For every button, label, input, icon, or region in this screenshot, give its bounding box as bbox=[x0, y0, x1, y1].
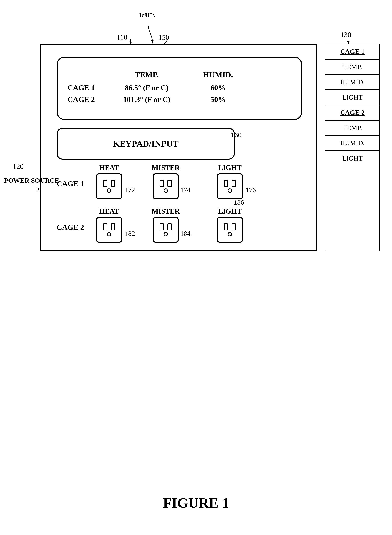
cage2-mister-outlet bbox=[153, 217, 179, 243]
cage1-humid-value: 60% bbox=[182, 83, 254, 92]
outlet-slot bbox=[103, 180, 107, 187]
power-source-label: POWER SOURCE bbox=[4, 176, 59, 185]
cage2-humid-value: 50% bbox=[182, 95, 254, 104]
keypad-label: KEYPAD/INPUT bbox=[113, 139, 179, 149]
outlet-slot bbox=[224, 180, 228, 187]
side-panel-cage2-humid: HUMID. bbox=[326, 136, 379, 151]
svg-marker-0 bbox=[151, 40, 154, 44]
outlet-slot bbox=[224, 223, 228, 230]
humid-col-header: HUMID. bbox=[182, 70, 254, 79]
side-panel-cage2-label: CAGE 2 bbox=[326, 105, 379, 121]
display-panel: TEMP. HUMID. CAGE 1 86.5° (F or C) 60% C… bbox=[57, 57, 302, 120]
side-panel-cage2-temp: TEMP. bbox=[326, 121, 379, 136]
outlet-ground bbox=[163, 188, 168, 193]
cage1-outlet-label: CAGE 1 bbox=[57, 179, 84, 188]
cage1-light-label: LIGHT bbox=[218, 163, 242, 172]
side-panel-cage1-label: CAGE 1 bbox=[326, 44, 379, 60]
ref-150: 150 bbox=[158, 33, 169, 42]
outlet-slot bbox=[103, 223, 107, 230]
outlet-ground bbox=[228, 188, 232, 193]
side-panel-cage1-humid: HUMID. bbox=[326, 75, 379, 90]
outlet-slot bbox=[159, 223, 164, 230]
outlet-slot bbox=[168, 223, 172, 230]
ref-182: 182 bbox=[125, 230, 135, 237]
outlet-ground bbox=[107, 232, 111, 236]
device-box: TEMP. HUMID. CAGE 1 86.5° (F or C) 60% C… bbox=[40, 44, 317, 251]
outlet-ground bbox=[163, 232, 168, 236]
cage2-light-group: LIGHT bbox=[217, 207, 243, 243]
ref-160: 160 bbox=[231, 131, 242, 139]
temp-col-header: TEMP. bbox=[111, 70, 182, 79]
cage2-light-outlet bbox=[217, 217, 243, 243]
cage1-mister-label: MISTER bbox=[152, 163, 180, 172]
outlet-slot bbox=[111, 180, 115, 187]
ref-120: 120 bbox=[13, 162, 23, 171]
ref-176: 176 bbox=[246, 186, 256, 194]
ref-184: 184 bbox=[180, 230, 191, 237]
cage2-heat-group: HEAT bbox=[96, 207, 122, 243]
outlet-ground bbox=[228, 232, 232, 236]
cage2-light-label: LIGHT bbox=[218, 207, 242, 215]
outlet-ground bbox=[107, 188, 111, 193]
side-panel: CAGE 1 TEMP. HUMID. LIGHT CAGE 2 TEMP. H… bbox=[325, 44, 380, 251]
figure-caption: FIGURE 1 bbox=[0, 495, 392, 511]
cage1-display-label: CAGE 1 bbox=[68, 83, 111, 92]
outlet-slot bbox=[232, 180, 236, 187]
outlet-slot bbox=[159, 180, 164, 187]
cage1-light-outlet bbox=[217, 173, 243, 199]
outlet-slot bbox=[232, 223, 236, 230]
cage1-light-group: LIGHT bbox=[217, 163, 243, 199]
cage2-heat-outlet bbox=[96, 217, 122, 243]
cage2-heat-label: HEAT bbox=[99, 207, 119, 215]
outlet-slot bbox=[111, 223, 115, 230]
ref-110: 110 bbox=[117, 33, 127, 42]
ref-100: 100 bbox=[139, 11, 149, 19]
ref-174: 174 bbox=[180, 186, 191, 194]
cage1-temp-value: 86.5° (F or C) bbox=[111, 83, 182, 92]
keypad-box[interactable]: KEYPAD/INPUT bbox=[57, 128, 235, 159]
side-panel-cage1-temp: TEMP. bbox=[326, 60, 379, 75]
cage1-mister-outlet bbox=[153, 173, 179, 199]
cage1-heat-group: HEAT bbox=[96, 163, 122, 199]
ref-172: 172 bbox=[125, 186, 135, 194]
cage2-temp-value: 101.3° (F or C) bbox=[111, 95, 182, 104]
side-panel-cage2-light: LIGHT bbox=[326, 151, 379, 166]
side-panel-cage1-light: LIGHT bbox=[326, 90, 379, 105]
cage2-mister-label: MISTER bbox=[152, 207, 180, 215]
cage2-outlet-label: CAGE 2 bbox=[57, 223, 84, 232]
cage2-mister-group: MISTER bbox=[152, 207, 180, 243]
cage2-display-label: CAGE 2 bbox=[68, 95, 111, 104]
cage1-heat-label: HEAT bbox=[99, 163, 119, 172]
cage1-heat-outlet bbox=[96, 173, 122, 199]
cage1-mister-group: MISTER bbox=[152, 163, 180, 199]
ref-130: 130 bbox=[341, 31, 351, 39]
ref-186: 186 bbox=[234, 199, 244, 206]
outlet-slot bbox=[168, 180, 172, 187]
